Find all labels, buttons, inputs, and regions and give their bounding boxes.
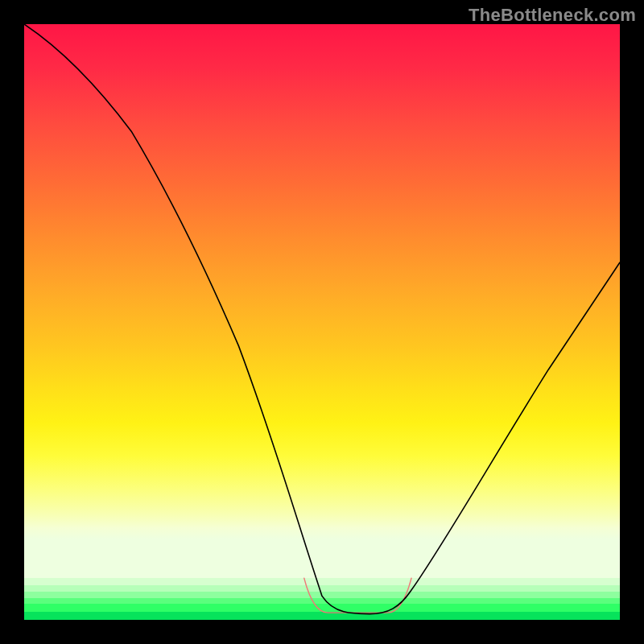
bottleneck-curve [24,24,620,614]
plot-area [24,24,620,620]
chart-stage: TheBottleneck.com [0,0,644,644]
curve-overlay [24,24,620,620]
watermark-text: TheBottleneck.com [469,5,636,26]
